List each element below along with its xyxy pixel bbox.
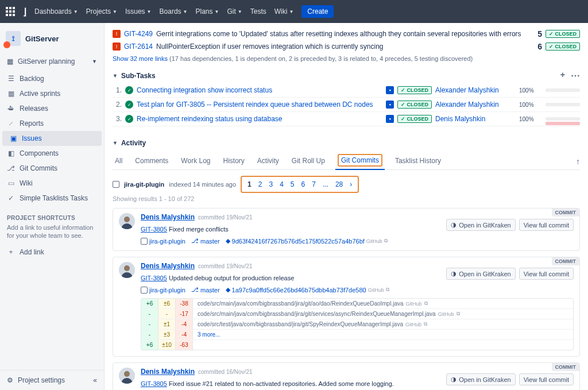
more-actions-icon[interactable]: ⋯	[571, 70, 580, 81]
pagination: 1234567...28›	[241, 176, 359, 193]
disclosure-icon[interactable]: ▼	[113, 140, 118, 146]
open-gitkraken-button[interactable]: ◑Open in GitKraken	[446, 219, 516, 231]
branch-link[interactable]: ⎇master	[191, 286, 220, 294]
page-2[interactable]: 2	[258, 180, 262, 188]
nav-issues[interactable]: Issues▼	[125, 7, 152, 16]
page-28[interactable]: 28	[335, 180, 343, 188]
nav-plans[interactable]: Plans▼	[195, 7, 219, 16]
progress-bar	[546, 117, 580, 121]
page-4[interactable]: 4	[280, 180, 284, 188]
repo-icon	[113, 181, 119, 188]
commit-tag: COMMIT	[552, 257, 580, 265]
tab-history[interactable]: History	[221, 153, 247, 169]
status-badge: ✓ CLOSED	[397, 115, 432, 123]
view-full-commit-button[interactable]: View full commit	[519, 268, 574, 280]
nav-git[interactable]: Git▼	[227, 7, 242, 16]
chevron-down-icon: ▼	[238, 9, 242, 14]
subtasks-heading: Sub-Tasks	[121, 72, 156, 80]
tab-activity[interactable]: Activity	[255, 153, 281, 169]
show-more-links[interactable]: Show 32 more links	[113, 55, 168, 62]
page-5[interactable]: 5	[291, 180, 295, 188]
top-navigation: ⌋ Dashboards▼ Projects▼ Issues▼ Boards▼ …	[0, 0, 588, 23]
tab-git-commits[interactable]: Git Commits	[335, 153, 385, 170]
commit-author-link[interactable]: Denis Malyshkin	[141, 368, 195, 376]
commit-hash-link[interactable]: ◆9d63f42416f7267b576d5c175f0522c57a4b76b…	[226, 237, 388, 245]
issue-key-link[interactable]: GIT-4249	[124, 30, 153, 38]
sidebar-item-releases[interactable]: ⛴Releases	[0, 101, 104, 116]
add-link-button[interactable]: +Add link	[0, 245, 104, 260]
view-full-commit-button[interactable]: View full commit	[519, 373, 574, 385]
collapse-sidebar-icon[interactable]: «	[93, 376, 97, 384]
tab-all[interactable]: All	[113, 153, 125, 169]
repo-link[interactable]: jira-git-plugin	[141, 287, 185, 294]
commit-issue-key[interactable]: GIT-3805	[141, 226, 167, 233]
nav-projects[interactable]: Projects▼	[86, 7, 117, 16]
tab-tasklist-history[interactable]: Tasklist History	[393, 153, 443, 169]
indexed-time: indexed 14 minutes ago	[169, 181, 236, 188]
sidebar-item-active-sprints[interactable]: ▦Active sprints	[0, 86, 104, 101]
chevron-down-icon: ▼	[183, 9, 188, 14]
page-6[interactable]: 6	[301, 180, 305, 188]
sidebar-item-backlog[interactable]: ☰Backlog	[0, 71, 104, 86]
external-link-icon: ⧉	[424, 321, 427, 327]
nav-tests[interactable]: Tests	[250, 7, 266, 16]
page-7[interactable]: 7	[312, 180, 316, 188]
file-path: code/src/main/java/com/bigbrassband/jira…	[193, 299, 573, 308]
sidebar-item-wiki[interactable]: ▭Wiki	[0, 176, 104, 191]
status-badge: ✓ CLOSED	[397, 86, 432, 94]
tab-comments[interactable]: Comments	[133, 153, 171, 169]
commit-message: Updated debug output for production rele…	[169, 275, 294, 281]
assignee-link[interactable]: Alexander Malyshkin	[435, 101, 516, 109]
chevron-down-icon: ▼	[113, 9, 117, 14]
repo-link[interactable]: jira-git-plugin	[141, 238, 185, 245]
page-1: 1	[247, 180, 252, 188]
subtask-link[interactable]: Connecting integration show incorrect st…	[137, 86, 382, 94]
project-name: GitServer	[25, 34, 59, 43]
chevron-down-icon: ▼	[92, 59, 97, 64]
nav-boards[interactable]: Boards▼	[160, 7, 188, 16]
create-button[interactable]: Create	[301, 5, 334, 18]
disclosure-icon[interactable]: ▼	[113, 73, 118, 79]
logo-icon[interactable]: ⌋	[23, 6, 26, 17]
commit-author-link[interactable]: Denis Malyshkin	[141, 213, 195, 221]
sidebar-item-components[interactable]: ◧Components	[0, 146, 104, 161]
nav-wiki[interactable]: Wiki▼	[274, 7, 294, 16]
subtask-link[interactable]: Test plan for GIT-3805 -- Persistent rei…	[137, 101, 382, 109]
assignee-link[interactable]: Denis Malyshkin	[435, 115, 516, 123]
commit-icon: ◆	[226, 237, 230, 245]
subtask-link[interactable]: Re-implement reindexing status using dat…	[137, 115, 382, 123]
tab-work-log[interactable]: Work Log	[179, 153, 212, 169]
add-subtask-button[interactable]: +	[560, 70, 565, 81]
open-gitkraken-button[interactable]: ◑Open in GitKraken	[446, 373, 516, 385]
commit-author-link[interactable]: Denis Malyshkin	[141, 262, 195, 270]
next-page-icon[interactable]: ›	[350, 180, 352, 188]
nav-icon: ▣	[9, 134, 17, 142]
file-path[interactable]: 3 more...	[193, 330, 573, 339]
sidebar-item-git-commits[interactable]: ⎇Git Commits	[0, 161, 104, 176]
commit-issue-key[interactable]: GIT-3805	[141, 275, 167, 281]
sidebar-item-issues[interactable]: ▣Issues	[2, 131, 102, 146]
page-...[interactable]: ...	[323, 180, 328, 188]
open-gitkraken-button[interactable]: ◑Open in GitKraken	[446, 268, 516, 280]
commit-issue-key[interactable]: GIT-3805	[141, 380, 167, 387]
commit-hash-link[interactable]: ◆1a97c9a0ffd5c66e26bd46b75dbb4ab73f7de58…	[226, 286, 389, 294]
issue-key-link[interactable]: GIT-2614	[124, 43, 153, 51]
page-3[interactable]: 3	[269, 180, 273, 188]
diff-total: +6±10-63	[141, 340, 573, 350]
branch-link[interactable]: ⎇master	[191, 237, 220, 245]
commit-card: COMMITDenis Malyshkincommitted 16/Nov/21…	[113, 362, 580, 390]
tab-git-roll-up[interactable]: Git Roll Up	[289, 153, 327, 169]
project-settings-button[interactable]: ⚙Project settings	[7, 376, 65, 384]
app-switcher-icon[interactable]	[6, 7, 15, 16]
sort-icon[interactable]: ↑	[576, 157, 580, 166]
assignee-link[interactable]: Alexander Malyshkin	[435, 86, 516, 94]
project-header[interactable]: ⟟ GitServer	[0, 23, 104, 54]
nav-dashboards[interactable]: Dashboards▼	[34, 7, 78, 16]
board-select[interactable]: ▦GitServer planning ▼	[0, 54, 104, 69]
progress-pct: 100%	[519, 87, 542, 94]
sidebar-item-simple-tasklists-tasks[interactable]: ✓Simple Tasklists Tasks	[0, 191, 104, 206]
view-full-commit-button[interactable]: View full commit	[519, 219, 574, 231]
avatar	[119, 368, 135, 384]
sidebar-item-reports[interactable]: ⟋Reports	[0, 116, 104, 131]
subtask-type-icon: ▪	[386, 86, 394, 94]
